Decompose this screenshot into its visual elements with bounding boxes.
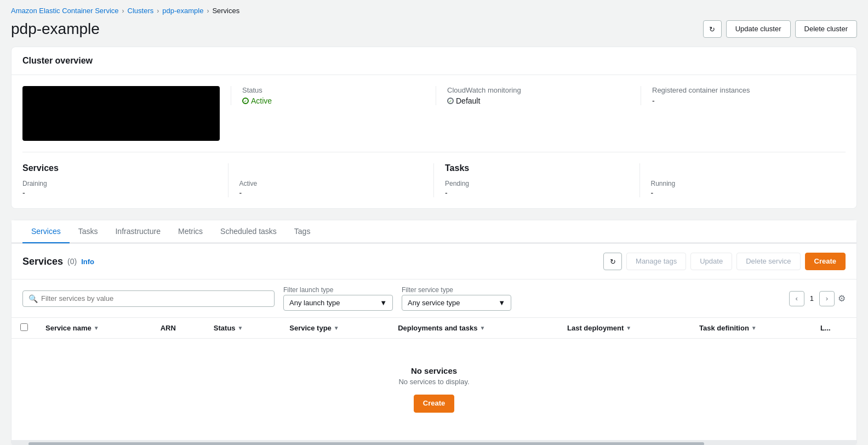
services-info-link[interactable]: Info [81, 258, 94, 266]
manage-tags-button[interactable]: Manage tags [626, 253, 686, 270]
service-name-sort-icon[interactable]: ▼ [94, 325, 99, 331]
filters-row: 🔍 Filter launch type Any launch type ▼ F… [12, 279, 856, 318]
breadcrumb-cluster-link[interactable]: pdp-example [162, 7, 203, 15]
delete-cluster-button[interactable]: Delete cluster [795, 20, 857, 38]
create-service-empty-button[interactable]: Create [414, 395, 454, 412]
table-header-row: Service name ▼ ARN Status [12, 318, 856, 339]
update-service-button[interactable]: Update [690, 253, 732, 270]
running-value: - [651, 189, 835, 197]
breadcrumb-current: Services [212, 7, 239, 15]
update-cluster-button[interactable]: Update cluster [726, 20, 791, 38]
tab-infrastructure[interactable]: Infrastructure [106, 220, 169, 243]
tab-services[interactable]: Services [22, 220, 70, 243]
tasks-summary-title: Tasks [445, 163, 629, 173]
header-service-name: Service name ▼ [37, 318, 152, 339]
status-field: Status Active [231, 86, 436, 105]
search-input[interactable] [41, 294, 269, 303]
services-table: Service name ▼ ARN Status [12, 318, 856, 440]
service-name-col-label: Service name [45, 324, 92, 332]
page-number: 1 [808, 294, 816, 303]
breadcrumb-sep-1: › [122, 7, 124, 15]
deployments-col-label: Deployments and tasks [398, 324, 477, 332]
status-sort-icon[interactable]: ▼ [238, 325, 243, 331]
filter-launch-type-select[interactable]: Any launch type ▼ [283, 295, 393, 311]
empty-title: No services [31, 366, 837, 375]
next-page-button[interactable]: › [819, 291, 835, 306]
services-toolbar: Services (0) Info ↻ Manage tags Update D… [12, 244, 856, 279]
task-def-sort-icon[interactable]: ▼ [751, 325, 757, 331]
service-type-sort-icon[interactable]: ▼ [334, 325, 339, 331]
filter-launch-type-arrow: ▼ [380, 299, 387, 307]
filter-service-type-select[interactable]: Any service type ▼ [402, 295, 511, 311]
toolbar-actions: ↻ Manage tags Update Delete service Crea… [603, 253, 846, 270]
cluster-logo-image [22, 86, 220, 141]
tasks-running-summary: . Running - [640, 163, 846, 197]
filter-launch-type-value: Any launch type [289, 299, 340, 307]
page-header: pdp-example ↻ Update cluster Delete clus… [0, 18, 868, 47]
filter-service-type-arrow: ▼ [498, 299, 505, 307]
cluster-overview-title: Cluster overview [22, 56, 846, 66]
status-col-label: Status [214, 324, 236, 332]
refresh-icon: ↻ [709, 25, 715, 33]
breadcrumb: Amazon Elastic Container Service › Clust… [0, 0, 868, 18]
header-l: L... [812, 318, 856, 339]
deployments-sort-icon[interactable]: ▼ [479, 325, 485, 331]
cluster-overview-header: Cluster overview [12, 47, 856, 75]
empty-state-row: No services No services to display. Crea… [12, 339, 856, 440]
summary-row: Services Draining - . Active - Tasks Pen… [22, 152, 846, 197]
registered-value: - [652, 96, 835, 105]
refresh-services-button[interactable]: ↻ [603, 253, 622, 270]
header-service-type: Service type ▼ [281, 318, 389, 339]
tab-scheduled-tasks[interactable]: Scheduled tasks [212, 220, 285, 243]
status-active-icon [242, 98, 249, 104]
filter-service-type-value: Any service type [408, 299, 460, 307]
filter-service-label: Filter service type [402, 286, 511, 294]
cloudwatch-value: Default [447, 96, 630, 105]
refresh-services-icon: ↻ [610, 258, 616, 266]
filter-launch-type-group: Filter launch type Any launch type ▼ [283, 286, 393, 311]
tab-tags[interactable]: Tags [285, 220, 319, 243]
create-service-button[interactable]: Create [805, 253, 846, 270]
services-title-text: Services [22, 256, 63, 267]
table-settings-button[interactable]: ⚙ [838, 293, 846, 304]
filter-service-type-group: Filter service type Any service type ▼ [402, 286, 511, 311]
breadcrumb-sep-2: › [157, 7, 159, 15]
header-task-definition: Task definition ▼ [690, 318, 812, 339]
tab-metrics[interactable]: Metrics [169, 220, 212, 243]
tasks-summary: Tasks Pending - [434, 163, 640, 197]
tab-tasks[interactable]: Tasks [70, 220, 107, 243]
pagination-controls: ‹ 1 › ⚙ [789, 291, 846, 306]
header-last-deployment: Last deployment ▼ [558, 318, 690, 339]
services-panel-title: Services (0) Info [22, 256, 94, 267]
cluster-image [22, 86, 231, 141]
status-label: Status [242, 86, 425, 94]
delete-service-button[interactable]: Delete service [736, 253, 800, 270]
header-checkbox-col [12, 318, 37, 339]
header-status: Status ▼ [205, 318, 281, 339]
search-box[interactable]: 🔍 [22, 290, 275, 307]
header-arn: ARN [152, 318, 205, 339]
l-col-label: L... [820, 324, 831, 332]
main-content: Cluster overview Status Active [0, 47, 868, 445]
bottom-scrollbar[interactable] [12, 441, 856, 445]
cluster-overview-card: Cluster overview Status Active [11, 47, 857, 209]
pending-value: - [445, 189, 629, 197]
last-deployment-col-label: Last deployment [567, 324, 624, 332]
registered-field: Registered container instances - [641, 86, 846, 105]
table-body: No services No services to display. Crea… [12, 339, 856, 440]
cluster-overview-body: Status Active CloudWatch monitoring Defa… [12, 75, 856, 208]
prev-page-button[interactable]: ‹ [789, 291, 804, 306]
last-deployment-sort-icon[interactable]: ▼ [626, 325, 631, 331]
breadcrumb-ecs-link[interactable]: Amazon Elastic Container Service [11, 7, 119, 15]
service-type-col-label: Service type [289, 324, 332, 332]
arn-col-label: ARN [161, 324, 176, 332]
refresh-cluster-button[interactable]: ↻ [703, 20, 722, 38]
header-deployments: Deployments and tasks ▼ [389, 318, 558, 339]
page-wrapper: Amazon Elastic Container Service › Clust… [0, 0, 868, 445]
select-all-checkbox[interactable] [20, 323, 28, 331]
table-header: Service name ▼ ARN Status [12, 318, 856, 339]
tabs-container: Services Tasks Infrastructure Metrics Sc… [12, 220, 856, 243]
breadcrumb-clusters-link[interactable]: Clusters [128, 7, 154, 15]
services-active-summary: . Active - [229, 163, 435, 197]
draining-value: - [22, 189, 217, 197]
